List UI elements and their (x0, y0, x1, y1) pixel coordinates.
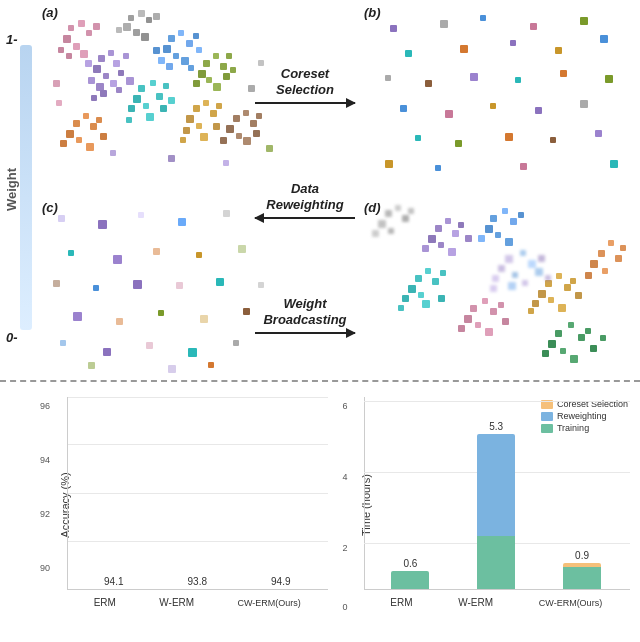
svg-rect-7 (96, 83, 104, 91)
svg-rect-99 (56, 100, 62, 106)
svg-rect-199 (532, 300, 539, 307)
svg-rect-234 (490, 285, 497, 292)
svg-rect-98 (53, 80, 60, 87)
svg-rect-19 (173, 53, 179, 59)
svg-rect-172 (422, 245, 429, 252)
svg-rect-118 (445, 110, 453, 118)
svg-rect-66 (213, 53, 219, 59)
svg-rect-105 (580, 17, 588, 25)
svg-rect-125 (550, 137, 556, 143)
svg-rect-110 (600, 35, 608, 43)
svg-rect-117 (400, 105, 407, 112)
svg-rect-104 (530, 23, 537, 30)
svg-rect-48 (68, 25, 74, 31)
svg-rect-167 (435, 225, 442, 232)
svg-rect-21 (193, 33, 199, 39)
bar-group-erm: 94.1 (72, 576, 156, 589)
svg-rect-150 (200, 315, 208, 323)
svg-rect-80 (60, 140, 67, 147)
svg-rect-57 (128, 15, 134, 21)
svg-rect-156 (233, 340, 239, 346)
svg-rect-71 (226, 53, 232, 59)
time-bar-group-erm: 0.6 (368, 558, 454, 589)
y-tick-90: 90 (40, 563, 50, 573)
time-bars: 0.6 5.3 (368, 408, 626, 589)
svg-rect-32 (128, 105, 135, 112)
svg-rect-38 (193, 105, 200, 112)
svg-rect-39 (203, 100, 209, 106)
svg-rect-0 (98, 55, 105, 62)
svg-rect-122 (415, 135, 421, 141)
svg-rect-49 (78, 20, 85, 27)
svg-rect-24 (196, 47, 202, 53)
accuracy-bars: 94.1 93.8 94.9 (72, 397, 323, 589)
svg-rect-55 (80, 50, 88, 58)
svg-rect-235 (598, 250, 605, 257)
svg-rect-170 (452, 230, 459, 237)
svg-rect-128 (435, 165, 441, 171)
weight-broadcasting-label: Weight Broadcasting (263, 296, 346, 327)
svg-rect-86 (226, 125, 234, 133)
svg-rect-213 (600, 335, 606, 341)
svg-rect-130 (610, 160, 618, 168)
svg-rect-209 (542, 350, 549, 357)
svg-rect-148 (116, 318, 123, 325)
svg-rect-227 (512, 272, 518, 278)
time-bar-group-cwerm: 0.9 (539, 550, 625, 589)
svg-rect-222 (502, 318, 509, 325)
svg-rect-119 (490, 103, 496, 109)
bar-group-werm: 93.8 (156, 576, 240, 589)
svg-rect-18 (186, 40, 193, 47)
scatter-plot-b (360, 5, 630, 190)
svg-rect-62 (116, 27, 122, 33)
svg-rect-171 (438, 242, 444, 248)
svg-rect-16 (178, 30, 184, 36)
svg-rect-162 (378, 220, 386, 228)
svg-rect-5 (88, 77, 95, 84)
svg-rect-115 (560, 70, 567, 77)
erm-value: 94.1 (104, 576, 123, 587)
werm-training-bar (477, 536, 515, 589)
svg-rect-202 (575, 292, 582, 299)
svg-rect-50 (63, 35, 71, 43)
svg-rect-138 (153, 248, 160, 255)
svg-rect-26 (188, 65, 194, 71)
bar-group-cwerm: 94.9 (239, 576, 323, 589)
svg-rect-176 (490, 215, 497, 222)
svg-rect-8 (110, 80, 117, 87)
svg-rect-224 (520, 250, 526, 256)
svg-rect-126 (595, 130, 602, 137)
svg-rect-61 (133, 29, 140, 36)
svg-rect-69 (206, 77, 212, 83)
svg-rect-52 (73, 43, 80, 50)
svg-rect-187 (432, 278, 439, 285)
svg-rect-177 (502, 208, 508, 214)
svg-rect-113 (470, 73, 478, 81)
y-tick-92: 92 (40, 509, 50, 519)
svg-rect-173 (458, 222, 464, 228)
time-xlabel-cwerm: CW-ERM(Ours) (539, 598, 602, 608)
y-tick-6: 6 (343, 401, 348, 411)
svg-rect-166 (408, 208, 414, 214)
svg-rect-116 (605, 75, 613, 83)
svg-rect-216 (464, 315, 472, 323)
svg-rect-208 (560, 348, 566, 354)
svg-rect-67 (198, 70, 206, 78)
svg-rect-29 (133, 95, 141, 103)
svg-rect-193 (398, 305, 404, 311)
svg-rect-164 (388, 228, 394, 234)
svg-rect-221 (485, 328, 493, 336)
svg-rect-214 (470, 305, 477, 312)
svg-rect-144 (176, 282, 183, 289)
svg-rect-25 (153, 47, 160, 54)
svg-rect-169 (428, 235, 436, 243)
svg-rect-184 (415, 275, 422, 282)
svg-rect-215 (482, 298, 488, 304)
coreset-arrow-line (255, 102, 355, 104)
time-xlabel-erm: ERM (390, 597, 412, 608)
svg-rect-51 (86, 30, 92, 36)
svg-rect-132 (98, 220, 107, 229)
arrow-weight-broadcasting: Weight Broadcasting (240, 285, 370, 345)
y-axis-line (67, 397, 68, 590)
svg-rect-131 (58, 215, 65, 222)
